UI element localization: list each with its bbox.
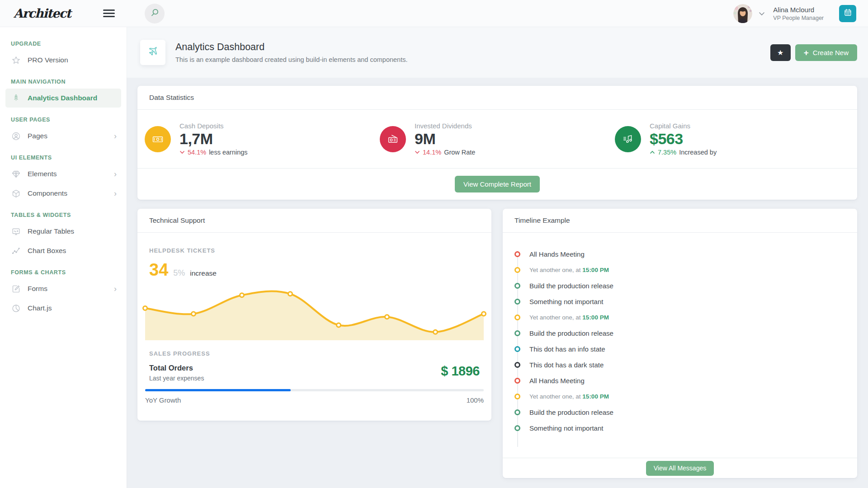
- avatar[interactable]: [733, 4, 752, 23]
- board-icon: [11, 226, 21, 236]
- diamond-icon: [11, 169, 21, 179]
- sidebar-item-chartjs[interactable]: Chart.js: [5, 299, 121, 318]
- yoy-value: 100%: [467, 396, 484, 404]
- timeline-dot: [514, 409, 520, 415]
- timeline-item: All Hands Meeting: [514, 246, 845, 262]
- view-complete-report-button[interactable]: View Complete Report: [455, 176, 540, 192]
- sidebar-item-chart-boxes[interactable]: Chart Boxes: [5, 241, 121, 260]
- plus-icon: +: [804, 48, 809, 57]
- view-all-messages-button[interactable]: View All Messages: [646, 461, 714, 476]
- technical-support-card: Technical Support HELPDESK TICKETS 34 5%…: [137, 209, 491, 421]
- timeline-dot: [514, 267, 520, 273]
- sidebar-item-label: Components: [28, 189, 67, 197]
- sidebar-item-label: Chart Boxes: [28, 247, 66, 255]
- search-icon: [150, 8, 160, 19]
- helpdesk-area-chart: [145, 286, 484, 340]
- tickets-delta: 5%: [173, 268, 185, 278]
- page-subtitle: This is an example dashboard created usi…: [175, 56, 407, 63]
- user-info: Alina Mclourd VP People Manager: [773, 6, 824, 21]
- sidebar-item-label: Analytics Dashboard: [28, 94, 97, 102]
- sidebar-item-label: Chart.js: [28, 304, 52, 312]
- tickets-value: 34: [149, 260, 168, 280]
- radio-icon: [380, 126, 406, 152]
- timeline-dot: [514, 299, 520, 305]
- timeline-footer: View All Messages: [503, 458, 857, 478]
- chevron-down-icon[interactable]: [759, 9, 765, 18]
- cash-icon: [145, 126, 171, 152]
- card-title: Technical Support: [137, 209, 491, 233]
- timeline-dot: [514, 251, 520, 257]
- favorite-button[interactable]: ★: [770, 44, 791, 61]
- stat-delta: 14.1% Grow Rate: [415, 149, 475, 156]
- timeline-item: Something not important: [514, 294, 845, 310]
- timeline-dot: [514, 346, 520, 352]
- sidebar: UPGRADE PRO Version MAIN NAVIGATION Anal…: [0, 27, 127, 488]
- menu-toggle-icon[interactable]: [103, 8, 115, 19]
- logo-area: Architect: [0, 0, 127, 27]
- timeline-item: Build the production release: [514, 404, 845, 420]
- user-role: VP People Manager: [773, 15, 824, 21]
- tickets-row: 34 5% increase: [149, 260, 480, 280]
- star-filled-icon: ★: [777, 48, 783, 57]
- sidebar-item-elements[interactable]: Elements ›: [5, 164, 121, 183]
- timeline-item: Build the production release: [514, 325, 845, 341]
- sidebar-heading-ui-elements: UI ELEMENTS: [11, 155, 116, 161]
- stat-label: Capital Gains: [650, 122, 717, 130]
- stat-delta: 7.35% Increased by: [650, 149, 717, 156]
- sidebar-heading-user-pages: USER PAGES: [11, 117, 116, 123]
- yoy-label: YoY Growth: [145, 396, 181, 404]
- chevron-down-icon: [415, 150, 420, 154]
- stats-row: Cash Deposits 1,7M 54.1% less earnings I…: [137, 110, 857, 168]
- edit-square-icon: [11, 284, 21, 294]
- chevron-right-icon: ›: [114, 132, 117, 140]
- user-circle-icon: [11, 131, 21, 141]
- search-button[interactable]: [145, 4, 165, 23]
- card-title: Timeline Example: [503, 209, 857, 233]
- music-note-icon: [615, 126, 641, 152]
- calendar-button[interactable]: [839, 5, 856, 22]
- sidebar-item-pro-version[interactable]: PRO Version: [5, 51, 121, 70]
- sidebar-item-pages[interactable]: Pages ›: [5, 127, 121, 145]
- chevron-down-icon: [179, 150, 185, 154]
- tickets-note: increase: [190, 269, 217, 277]
- timeline-item: This dot has a dark state: [514, 357, 845, 373]
- chevron-right-icon: ›: [114, 170, 117, 178]
- timeline-dot: [514, 283, 520, 289]
- stats-card-footer: View Complete Report: [137, 168, 857, 200]
- orders-text: Total Orders Last year expenses: [149, 364, 204, 382]
- stat-label: Cash Deposits: [179, 122, 248, 130]
- data-statistics-card: Data Statistics Cash Deposits 1,7M 54.1%…: [137, 86, 857, 200]
- timeline: All Hands Meeting Yet another one, at 15…: [514, 246, 845, 447]
- stat-value: 1,7M: [179, 131, 248, 147]
- sidebar-item-analytics-dashboard[interactable]: Analytics Dashboard: [5, 89, 121, 108]
- card-title: Data Statistics: [137, 86, 857, 110]
- orders-title: Total Orders: [149, 364, 204, 372]
- cube-icon: [11, 188, 21, 198]
- sidebar-item-components[interactable]: Components ›: [5, 184, 121, 203]
- stat-invested-dividends: Invested Dividends 9M 14.1% Grow Rate: [380, 122, 615, 156]
- timeline-dot: [514, 378, 520, 384]
- stat-value: 9M: [415, 131, 475, 147]
- sidebar-item-label: Forms: [28, 285, 47, 293]
- stat-text: Cash Deposits 1,7M 54.1% less earnings: [179, 122, 248, 156]
- timeline-dot: [514, 362, 520, 368]
- sidebar-item-regular-tables[interactable]: Regular Tables: [5, 222, 121, 241]
- user-name: Alina Mclourd: [773, 6, 824, 14]
- stat-text: Invested Dividends 9M 14.1% Grow Rate: [415, 122, 475, 156]
- timeline-dot: [514, 425, 520, 431]
- timeline-item: Build the production release: [514, 278, 845, 294]
- timeline-item: Something not important: [514, 420, 845, 436]
- sidebar-item-forms[interactable]: Forms ›: [5, 279, 121, 298]
- page-title-bar: Analytics Dashboard This is an example d…: [127, 27, 868, 78]
- timeline-item: All Hands Meeting: [514, 373, 845, 389]
- sidebar-heading-tables-widgets: TABLES & WIDGETS: [11, 212, 116, 218]
- sales-progress-label: SALES PROGRESS: [149, 350, 480, 357]
- timeline-dot: [514, 330, 520, 336]
- sidebar-item-label: Elements: [28, 170, 57, 178]
- create-new-button[interactable]: + Create New: [795, 44, 857, 61]
- orders-amount: $ 1896: [441, 364, 480, 379]
- stat-label: Invested Dividends: [415, 122, 475, 130]
- sidebar-heading-main-navigation: MAIN NAVIGATION: [11, 79, 116, 85]
- sales-progress-bar: [145, 389, 484, 391]
- sales-progress-fill: [145, 389, 291, 391]
